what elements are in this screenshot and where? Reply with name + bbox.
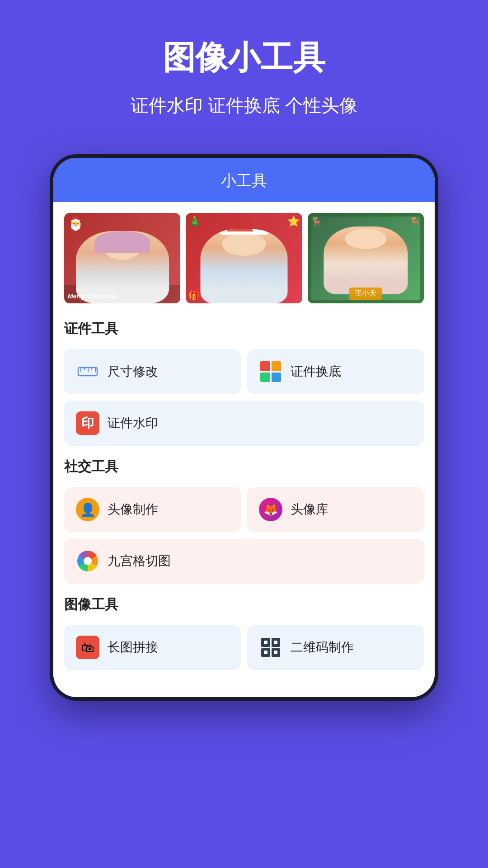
image-tools-row: 🛍 长图拼接 二维码制作	[53, 625, 435, 679]
bg-change-label: 证件换底	[291, 363, 341, 380]
banner-image-3[interactable]: 🦌 🦌 王小天	[308, 213, 424, 303]
ps-orange	[272, 361, 282, 371]
long-img-icon: 🛍	[75, 635, 100, 660]
avatar-make-label: 头像制作	[108, 501, 158, 518]
qr-grid	[261, 638, 280, 657]
id-tools-grid: 尺寸修改 证件换底	[53, 349, 435, 450]
palette-icon	[258, 359, 283, 384]
tool-bg-change[interactable]: 证件换底	[247, 349, 424, 394]
phone-mockup: 小工具 🎅 Merry Christmas	[50, 154, 438, 701]
long-img-label: 长图拼接	[108, 639, 158, 656]
page-header: 图像小工具 证件水印 证件换底 个性头像	[0, 0, 488, 136]
palette-squares	[260, 361, 281, 382]
qr-sq-3	[261, 648, 270, 657]
tool-avatar-lib[interactable]: 🦊 头像库	[247, 487, 424, 532]
ps-green	[260, 373, 270, 382]
avatar-lib-label: 头像库	[291, 501, 328, 518]
banner-image-1[interactable]: 🎅 Merry Christmas	[64, 213, 180, 303]
nine-grid-label: 九宫格切图	[108, 552, 171, 570]
tool-long-img[interactable]: 🛍 长图拼接	[64, 625, 241, 670]
tool-nine-grid[interactable]: 九宫格切图	[64, 538, 424, 584]
tool-resize[interactable]: 尺寸修改	[64, 349, 241, 394]
avatar-make-icon: 👤	[75, 497, 100, 522]
qr-code-label: 二维码制作	[291, 639, 354, 656]
page-subtitle: 证件水印 证件换底 个性头像	[18, 93, 470, 118]
page-title: 图像小工具	[18, 36, 470, 80]
qr-sq-1	[261, 638, 270, 647]
section-image-tools: 图像工具	[53, 588, 435, 625]
section-title-social: 社交工具	[64, 458, 424, 476]
ruler-icon	[75, 359, 100, 384]
name-badge: 王小天	[349, 288, 382, 300]
section-title-image: 图像工具	[64, 595, 424, 614]
ps-red	[260, 361, 270, 371]
phone-inner: 小工具 🎅 Merry Christmas	[53, 158, 435, 697]
avatar-lib-icon: 🦊	[258, 497, 283, 522]
watermark-label: 证件水印	[108, 415, 158, 432]
long-img-box: 🛍	[76, 636, 99, 659]
qr-sq-4	[272, 648, 281, 657]
qr-sq-2	[272, 638, 281, 647]
phone-header: 小工具	[53, 158, 435, 202]
section-social-tools: 社交工具	[53, 450, 435, 487]
section-id-tools: 证件工具	[53, 312, 435, 349]
shutter-center	[84, 557, 92, 565]
shutter-icon	[75, 548, 100, 574]
stamp-icon: 印	[75, 410, 100, 436]
tool-qr-code[interactable]: 二维码制作	[247, 625, 424, 670]
stamp-box: 印	[76, 411, 99, 435]
merry-christmas-label: Merry Christmas	[68, 292, 118, 300]
avatar-lib-circle: 🦊	[259, 498, 282, 521]
phone-content: 🎅 Merry Christmas 🎄 ⭐	[53, 202, 435, 697]
banner-row: 🎅 Merry Christmas 🎄 ⭐	[53, 202, 435, 312]
section-title-id: 证件工具	[64, 320, 424, 338]
tool-avatar-make[interactable]: 👤 头像制作	[64, 487, 241, 532]
ps-blue	[272, 373, 282, 382]
shutter-circle	[77, 551, 98, 571]
tool-watermark[interactable]: 印 证件水印	[64, 401, 424, 446]
qr-icon	[258, 635, 283, 660]
banner-image-2[interactable]: 🎄 ⭐ 🎁	[186, 213, 302, 303]
resize-label: 尺寸修改	[108, 363, 158, 380]
avatar-circle: 👤	[76, 498, 99, 521]
social-tools-grid: 👤 头像制作 🦊 头像库	[53, 487, 435, 588]
phone-header-title: 小工具	[221, 172, 267, 189]
